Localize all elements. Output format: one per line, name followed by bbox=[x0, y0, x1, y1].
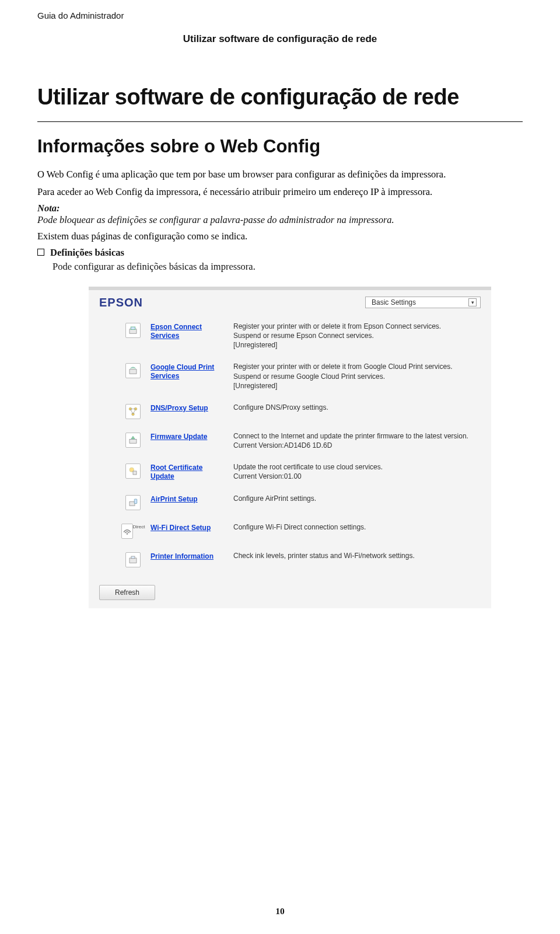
dns-proxy-link[interactable]: DNS/Proxy Setup bbox=[150, 404, 208, 413]
row-desc: Connect to the Internet and update the p… bbox=[233, 431, 481, 450]
icon-sublabel: Direct bbox=[133, 524, 145, 539]
svg-rect-1 bbox=[131, 327, 135, 330]
page-number: 10 bbox=[0, 906, 560, 916]
bullet-body: Pode configurar as definições básicas da… bbox=[52, 261, 523, 273]
printer-info-icon bbox=[125, 552, 141, 567]
epson-connect-link[interactable]: Epson Connect Services bbox=[150, 323, 225, 340]
update-icon bbox=[125, 433, 141, 448]
google-cloud-print-link[interactable]: Google Cloud Print Services bbox=[150, 363, 225, 381]
running-header: Guia do Administrador bbox=[37, 11, 523, 20]
firmware-update-link[interactable]: Firmware Update bbox=[150, 433, 207, 441]
certificate-icon bbox=[125, 463, 141, 479]
list-item: Epson Connect Services Register your pri… bbox=[124, 316, 481, 357]
svg-point-11 bbox=[126, 533, 128, 535]
svg-rect-8 bbox=[133, 471, 136, 475]
brand-logo: EPSON bbox=[99, 296, 143, 309]
list-item: Google Cloud Print Services Register you… bbox=[124, 357, 481, 398]
svg-rect-12 bbox=[130, 558, 136, 563]
two-pages-paragraph: Existem duas páginas de configuração com… bbox=[37, 229, 523, 243]
square-bullet-icon bbox=[37, 249, 44, 256]
note-body: Pode bloquear as definições se configura… bbox=[37, 214, 523, 226]
svg-rect-9 bbox=[130, 501, 135, 506]
svg-rect-2 bbox=[130, 370, 136, 374]
network-icon bbox=[125, 404, 141, 419]
note-label: Nota: bbox=[37, 203, 523, 214]
section-subheading: Utilizar software de configuração de red… bbox=[37, 33, 523, 45]
list-item: Direct Wi-Fi Direct Setup Configure Wi-F… bbox=[124, 517, 481, 546]
screenshot-header: EPSON Basic Settings ▾ bbox=[89, 290, 491, 314]
list-item: Root Certificate Update Update the root … bbox=[124, 457, 481, 488]
list-item: AirPrint Setup Configure AirPrint settin… bbox=[124, 489, 481, 517]
page-title: Utilizar software de configuração de red… bbox=[37, 85, 523, 110]
svg-rect-6 bbox=[130, 439, 136, 443]
row-desc: Register your printer with or delete it … bbox=[233, 362, 481, 391]
list-item: Firmware Update Connect to the Internet … bbox=[124, 426, 481, 457]
airprint-link[interactable]: AirPrint Setup bbox=[150, 495, 198, 504]
svg-rect-10 bbox=[134, 499, 137, 504]
wifi-direct-icon bbox=[121, 524, 133, 539]
svg-rect-13 bbox=[131, 556, 135, 559]
list-item: DNS/Proxy Setup Configure DNS/Proxy sett… bbox=[124, 398, 481, 426]
printer-cloud-icon bbox=[125, 323, 141, 338]
printer-cloud-icon bbox=[125, 363, 141, 378]
row-desc: Register your printer with or delete it … bbox=[233, 322, 481, 350]
root-cert-link[interactable]: Root Certificate Update bbox=[150, 463, 225, 481]
divider bbox=[37, 121, 523, 122]
chevron-down-icon: ▾ bbox=[468, 298, 477, 306]
wifi-direct-link[interactable]: Wi-Fi Direct Setup bbox=[150, 524, 211, 532]
bullet-item: Definições básicas bbox=[37, 247, 523, 259]
row-desc: Configure AirPrint settings. bbox=[233, 494, 481, 503]
mode-dropdown[interactable]: Basic Settings ▾ bbox=[365, 297, 481, 308]
printer-info-link[interactable]: Printer Information bbox=[150, 552, 214, 561]
section-title: Informações sobre o Web Config bbox=[37, 136, 523, 157]
refresh-button[interactable]: Refresh bbox=[99, 585, 155, 600]
row-desc: Configure Wi-Fi Direct connection settin… bbox=[233, 522, 481, 532]
intro-paragraph: O Web Config é uma aplicação que tem por… bbox=[37, 168, 523, 182]
row-desc: Check ink levels, printer status and Wi-… bbox=[233, 551, 481, 560]
webconfig-screenshot: EPSON Basic Settings ▾ Epson Connect Ser… bbox=[89, 287, 491, 608]
airprint-icon bbox=[125, 495, 141, 510]
access-paragraph: Para aceder ao Web Config da impressora,… bbox=[37, 185, 523, 199]
mode-dropdown-label: Basic Settings bbox=[372, 298, 416, 306]
row-desc: Update the root certificate to use cloud… bbox=[233, 462, 481, 481]
row-desc: Configure DNS/Proxy settings. bbox=[233, 403, 481, 412]
settings-list: Epson Connect Services Register your pri… bbox=[89, 314, 491, 580]
list-item: Printer Information Check ink levels, pr… bbox=[124, 546, 481, 574]
bullet-title: Definições básicas bbox=[50, 247, 124, 259]
